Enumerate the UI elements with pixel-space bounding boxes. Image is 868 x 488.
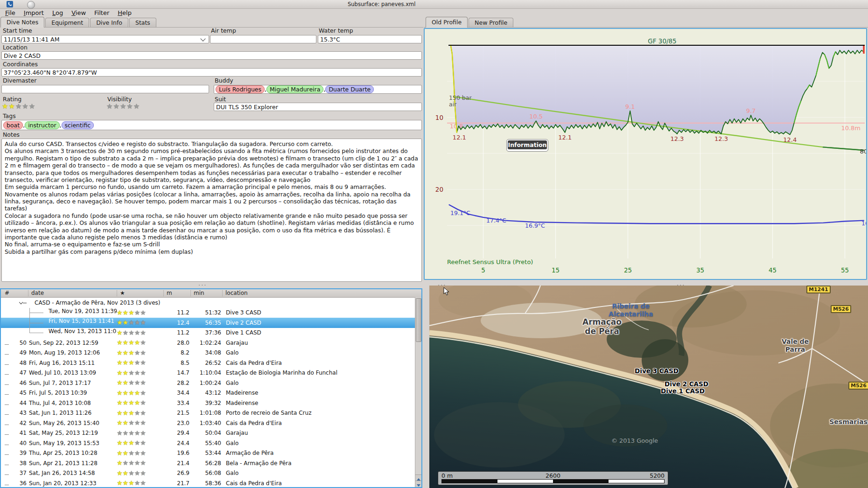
dive-location: Bela - Armação de Pêra — [222, 460, 421, 467]
dive-row[interactable]: 38Sun, Apr 21, 2013 11:28★★★★★21.456:28B… — [1, 458, 421, 468]
svg-text:150 bar: 150 bar — [449, 94, 472, 101]
dive-map[interactable]: 0 m 2600 5200 Ribeira de AlcantarilhaArm… — [429, 286, 868, 488]
dive-row[interactable]: 47Wed, Jul 10, 2013 13:09★★★★★14.71:10:0… — [1, 368, 421, 378]
dive-row[interactable]: 50Sun, Sep 22, 2013 12:59★★★★★28.01:02:2… — [1, 338, 421, 348]
col-location[interactable]: location — [222, 290, 421, 296]
map-label-armacao-de-pera: Armação de Pêra — [582, 317, 622, 336]
menu-view[interactable]: View — [67, 9, 90, 17]
star-icon: ★ — [123, 309, 129, 316]
col-rating[interactable]: ★ — [117, 290, 163, 296]
menu-help[interactable]: Help — [113, 9, 136, 17]
trip-row[interactable]: CASD - Armação de Pêra, Nov 2013 (3 dive… — [1, 298, 421, 308]
air-temp-input[interactable] — [210, 35, 316, 43]
star-icon[interactable]: ★ — [8, 102, 14, 111]
tags-input[interactable]: boat, instructor, scientific — [1, 120, 422, 130]
start-time-combobox[interactable]: 11/15/13 11:41 AM — [1, 35, 209, 43]
dive-site-marker-dive-2[interactable]: Dive 2 CASD — [665, 380, 708, 388]
dive-row[interactable]: 40Sun, May 19, 2013 15:53★★★★★24.455:40G… — [1, 438, 421, 448]
tree-dash — [5, 344, 9, 345]
dive-row[interactable]: 43Sat, Jun 1, 2013 11:26★★★★★21.51:01:08… — [1, 408, 421, 418]
scrollbar-thumb[interactable] — [416, 298, 421, 342]
svg-text:12.1: 12.1 — [453, 134, 466, 141]
dive-profile-panel: 12.112.112.312.312.410.810.59.19.7GF 30/… — [424, 28, 867, 280]
dive-number: 36 — [1, 480, 28, 487]
dive-row[interactable]: 37Sat, Jan 26, 2013 14:58★★★★★26.956:08G… — [1, 468, 421, 479]
dive-date: Sun, Sep 22, 2013 12:59 — [28, 340, 117, 346]
buddy-input[interactable]: Luís Rodrigues, Miguel Madureira, Duarte… — [214, 85, 422, 94]
menu-log[interactable]: Log — [48, 9, 67, 17]
dive-row[interactable]: 39Thu, Apr 25, 2013 10:28★★★★★19.653:44A… — [1, 448, 421, 459]
location-label: Location — [3, 44, 28, 50]
location-input[interactable] — [1, 51, 422, 60]
tab-dive-info[interactable]: Dive Info — [90, 18, 128, 27]
dive-duration: 1:00:24 — [190, 380, 222, 386]
star-icon[interactable]: ★ — [113, 102, 119, 111]
star-icon: ★ — [128, 339, 134, 346]
star-icon[interactable]: ★ — [106, 102, 112, 111]
dive-row[interactable]: 46Sun, Jul 7, 2013 17:17★★★★★28.21:00:24… — [1, 378, 421, 388]
suit-input[interactable] — [214, 103, 422, 111]
window-button[interactable] — [27, 1, 35, 9]
star-icon: ★ — [140, 319, 146, 326]
star-icon: ★ — [134, 399, 140, 406]
dive-rating: ★★★★★ — [117, 390, 163, 397]
col-date[interactable]: date — [28, 290, 117, 296]
dive-number: 43 — [1, 410, 28, 416]
air-temp-label: Air temp — [211, 27, 236, 34]
rating-stars[interactable]: ★★★★★ — [2, 103, 35, 111]
star-icon: ★ — [134, 469, 140, 477]
water-temp-input[interactable] — [318, 35, 422, 43]
tab-equipment[interactable]: Equipment — [45, 18, 89, 27]
road-badge-m526: M526 — [831, 305, 851, 313]
dive-row[interactable]: 41Sat, May 25, 2013 12:19★★★★★29.450:04G… — [1, 428, 421, 439]
dive-row[interactable]: Fri, Nov 15, 2013 11:41★★★★★12.456:35Div… — [1, 318, 421, 328]
tab-dive-notes[interactable]: Dive Notes — [0, 17, 44, 28]
star-icon[interactable]: ★ — [22, 102, 28, 111]
menu-filter[interactable]: Filter — [90, 9, 113, 17]
star-icon[interactable]: ★ — [120, 102, 126, 111]
tab-new-profile[interactable]: New Profile — [469, 18, 513, 27]
col-depth[interactable]: m — [163, 290, 190, 296]
information-button[interactable]: Information — [506, 139, 548, 152]
star-icon: ★ — [123, 479, 129, 487]
star-icon: ★ — [134, 409, 140, 417]
dive-row[interactable]: 45Fri, Jul 5, 2013 10:39★★★★★34.443:12Ma… — [1, 388, 421, 398]
star-icon[interactable]: ★ — [15, 102, 21, 111]
dive-site-marker-dive-1[interactable]: Dive 1 CASD — [661, 387, 705, 395]
splitter-handle[interactable]: ··· — [198, 282, 207, 289]
notes-label: Notes — [3, 131, 20, 138]
divemaster-input[interactable] — [1, 85, 209, 93]
dive-row[interactable]: 48Fri, Aug 16, 2013 15:11★★★★★8.526:52Ca… — [1, 358, 421, 368]
notes-textarea[interactable]: Aula do curso CASD. Transectos c/video e… — [1, 139, 422, 282]
menu-import[interactable]: Import — [20, 9, 48, 17]
col-number[interactable]: # — [1, 290, 28, 296]
svg-text:5: 5 — [481, 266, 485, 274]
coordinates-input[interactable] — [1, 68, 422, 77]
star-icon[interactable]: ★ — [29, 102, 35, 111]
menu-file[interactable]: File — [1, 9, 20, 17]
star-icon[interactable]: ★ — [126, 102, 133, 111]
scroll-down-button[interactable] — [415, 481, 421, 487]
dive-date: Fri, Jul 5, 2013 10:39 — [28, 390, 117, 396]
visibility-stars[interactable]: ★★★★★ — [106, 103, 140, 111]
dive-row[interactable]: Wed, Nov 13, 2013 11:06★★★★★11.237:36Div… — [1, 328, 421, 338]
tab-old-profile[interactable]: Old Profile — [426, 17, 468, 28]
star-icon: ★ — [140, 469, 146, 477]
dive-site-marker-dive-3[interactable]: Dive 3 CASD — [635, 367, 679, 375]
dive-list-header[interactable]: # date ★ m min location — [1, 289, 421, 298]
dive-row[interactable]: 49Mon, Aug 19, 2013 12:06★★★★★8.234:08Ga… — [1, 348, 421, 358]
col-duration[interactable]: min — [190, 290, 222, 296]
dive-row[interactable]: Tue, Nov 19, 2013 11:39★★★★★11.251:32Div… — [1, 308, 421, 318]
trip-expand-arrow[interactable] — [1, 300, 28, 306]
dive-date: Thu, Jul 4, 2013 10:08 — [28, 400, 117, 406]
star-icon[interactable]: ★ — [2, 102, 8, 111]
dive-list-scrollbar[interactable] — [415, 297, 421, 487]
dive-depth: 29.4 — [163, 430, 190, 436]
star-icon[interactable]: ★ — [133, 102, 140, 111]
tab-stats[interactable]: Stats — [129, 18, 156, 27]
dive-row[interactable]: 36Sun, Jan 20, 2013 12:33★★★★★21.758:36C… — [1, 478, 421, 488]
dive-row[interactable]: 42Sun, May 26, 2013 15:40★★★★★23.01:03:4… — [1, 418, 421, 428]
scroll-up-button[interactable] — [415, 474, 421, 481]
star-icon: ★ — [134, 379, 140, 386]
dive-row[interactable]: 44Thu, Jul 4, 2013 10:08★★★★★33.439:32Ma… — [1, 398, 421, 408]
